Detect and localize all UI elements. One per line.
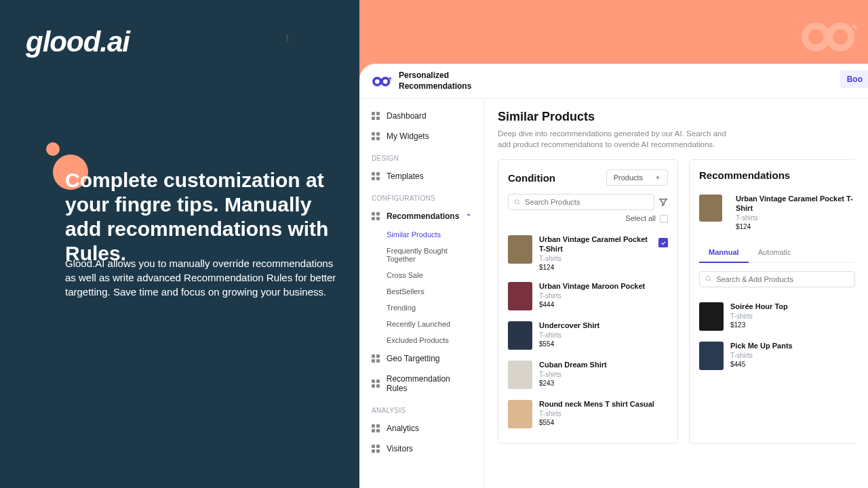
product-row[interactable]: Urban Vintage Caramel Pocket T-Shirt T-s… [508, 230, 668, 276]
recommendations-panel: Recommendations Urban Vintage Caramel Po… [689, 159, 855, 443]
select-all-checkbox[interactable] [660, 215, 668, 223]
condition-dropdown[interactable]: Products▼ [606, 169, 668, 186]
grid-icon [372, 112, 380, 120]
app-logo-icon [372, 74, 392, 89]
sidebar-item-label: Templates [387, 171, 424, 181]
sidebar-item-label: Visitors [387, 444, 413, 453]
product-thumbnail [508, 282, 532, 310]
search-icon [705, 275, 712, 283]
sidebar-heading-analysis: ANALYSIS [359, 399, 484, 418]
page-subtitle: Deep dive into recommendations generated… [498, 128, 735, 150]
product-thumbnail [508, 361, 532, 389]
search-icon [514, 199, 521, 206]
sidebar-subitem-trending[interactable]: Trending [359, 300, 484, 316]
recommendations-search-input[interactable] [699, 271, 855, 287]
sidebar-item-recommendation-rules[interactable]: Recommendation Rules [359, 369, 484, 399]
grid-icon [372, 380, 380, 388]
product-row[interactable]: Pick Me Up Pants T-shirts $445 [699, 336, 855, 375]
product-category: T-shirts [539, 255, 656, 262]
tab-automatic[interactable]: Automatic [749, 243, 801, 262]
sidebar-item-label: My Widgets [387, 131, 429, 141]
product-row[interactable]: Cuban Dream Shirt T-shirts $243 [508, 355, 668, 394]
product-category: T-shirts [736, 214, 855, 222]
sidebar-item-label: Geo Targetting [387, 354, 440, 363]
caret-down-icon: ▼ [655, 175, 660, 181]
app-title-line1: Personalized [399, 70, 471, 81]
search-field[interactable] [525, 198, 648, 206]
product-checkbox-checked[interactable] [658, 238, 668, 247]
select-all-row[interactable]: Select all [508, 214, 668, 223]
brand-logo: glood.ai [26, 26, 130, 58]
grid-icon [372, 132, 380, 140]
product-row[interactable]: Round neck Mens T shirt Casual T-shirts … [508, 394, 668, 434]
svg-point-2 [374, 78, 381, 85]
product-thumbnail [699, 342, 724, 370]
recommendations-top-product: Urban Vintage Caramel Pocket T-Shirt T-s… [699, 189, 855, 235]
sidebar-subitem-cross-sale[interactable]: Cross Sale [359, 267, 484, 283]
search-field[interactable] [716, 275, 849, 283]
svg-point-1 [829, 26, 851, 47]
sidebar-subitem-frequently-bought[interactable]: Frequently Bought Together [359, 243, 484, 267]
sidebar-item-label: Analytics [387, 424, 419, 433]
product-category: T-shirts [539, 331, 668, 339]
stray-letter: t [286, 33, 289, 43]
product-row[interactable]: Soirée Hour Top T-shirts $123 [699, 297, 855, 336]
sidebar-heading-design: DESIGN [359, 146, 484, 166]
product-name: Cuban Dream Shirt [539, 361, 668, 369]
app-window: Personalized Recommendations Boo Dashboa… [359, 64, 868, 488]
product-price: $243 [539, 380, 668, 387]
product-category: T-shirts [730, 312, 855, 320]
filter-icon [658, 197, 668, 207]
condition-panel: Condition Products▼ Select all [498, 159, 678, 443]
sidebar-item-templates[interactable]: Templates [359, 166, 484, 186]
main-content: Similar Products Deep dive into recommen… [484, 99, 868, 488]
recommendations-tabs: Mannual Automatic [699, 243, 855, 263]
product-thumbnail [508, 235, 532, 264]
grid-icon [372, 354, 380, 363]
sidebar-subitem-recently-launched[interactable]: Recently Launched [359, 316, 484, 332]
svg-point-6 [706, 277, 710, 281]
product-name: Urban Vintage Caramel Pocket T-Shirt [539, 235, 656, 253]
filter-button[interactable] [658, 197, 668, 207]
decoration-dot-small [46, 142, 60, 156]
sidebar-subitem-bestsellers[interactable]: BestSellers [359, 283, 484, 300]
product-name: Undercover Shirt [539, 321, 668, 330]
condition-search-input[interactable] [508, 194, 654, 210]
svg-line-7 [709, 280, 711, 281]
app-header: Personalized Recommendations Boo [359, 64, 868, 98]
svg-line-5 [518, 203, 519, 205]
chevron-up-icon: ⌃ [466, 213, 471, 220]
product-row[interactable]: Urban Vintage Maroon Pocket T-shirts $44… [508, 277, 668, 316]
sidebar-item-label: Recommendation Rules [387, 374, 471, 393]
product-name: Round neck Mens T shirt Casual [539, 400, 668, 409]
sidebar-item-visitors[interactable]: Visitors [359, 439, 484, 459]
svg-point-4 [515, 200, 519, 204]
product-name: Soirée Hour Top [730, 302, 855, 311]
sidebar-item-geo-targetting[interactable]: Geo Targetting [359, 348, 484, 369]
product-row[interactable]: Undercover Shirt T-shirts $554 [508, 316, 668, 355]
product-price: $554 [539, 340, 668, 348]
select-all-label: Select all [625, 214, 656, 222]
grid-icon [372, 212, 380, 220]
sidebar-subitem-excluded-products[interactable]: Excluded Products [359, 332, 484, 348]
product-category: T-shirts [539, 410, 668, 418]
header-action-button[interactable]: Boo [840, 70, 868, 88]
sidebar-item-label: Dashboard [387, 111, 427, 121]
sidebar-subitem-similar-products[interactable]: Similar Products [359, 226, 484, 243]
sidebar-item-my-widgets[interactable]: My Widgets [359, 126, 484, 146]
sidebar-item-recommendations[interactable]: Recommendations⌃ [359, 206, 484, 226]
sidebar-item-label: Recommendations [387, 211, 459, 221]
product-thumbnail [699, 195, 722, 222]
sidebar: Dashboard My Widgets DESIGN Templates CO… [359, 99, 484, 488]
hero-title: Complete customization at your fingre ti… [65, 168, 350, 266]
sidebar-item-analytics[interactable]: Analytics [359, 418, 484, 439]
page-title: Similar Products [498, 110, 868, 124]
product-price: $124 [539, 264, 656, 271]
product-thumbnail [508, 321, 532, 350]
recommendations-title: Recommendations [699, 169, 855, 181]
dropdown-label: Products [614, 174, 643, 182]
grid-icon [372, 445, 380, 453]
tab-manual[interactable]: Mannual [699, 243, 749, 263]
product-category: T-shirts [539, 292, 668, 300]
sidebar-item-dashboard[interactable]: Dashboard [359, 106, 484, 126]
